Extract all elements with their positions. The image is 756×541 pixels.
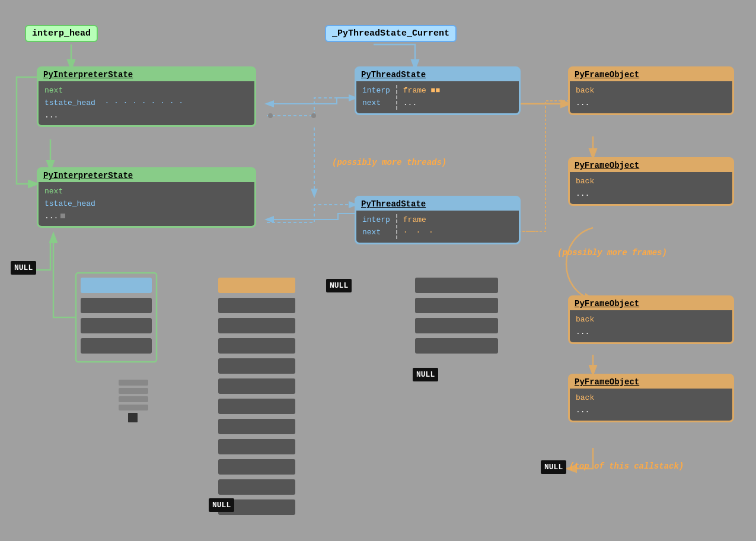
svg-rect-21 [415,298,498,313]
pyThreadState2-title: PyThreadState [356,198,519,211]
svg-rect-14 [218,419,295,434]
thread2-frame: frame [403,214,435,227]
frame2-back: back [576,176,726,188]
svg-rect-24 [119,380,148,386]
pyFrameObject2-box: PyFrameObject back ... [568,157,734,206]
pyFrameObject1-box: PyFrameObject back ... [568,66,734,115]
pyFrameObject3-box: PyFrameObject back ... [568,295,734,344]
top-of-callstack-text: (top of this callstack) [569,462,684,471]
svg-rect-20 [415,278,498,293]
pyFrameObject1-title: PyFrameObject [570,68,732,81]
field-next2: next [44,186,248,198]
frame2-dots: ... [576,188,726,201]
field-etc1: ... [44,110,248,122]
frame3-dots: ... [576,326,726,339]
svg-rect-26 [119,396,148,402]
svg-rect-12 [218,378,295,394]
pyFrameObject2-title: PyFrameObject [570,159,732,172]
svg-rect-5 [81,298,152,313]
interp-head-label: interp_head [25,25,98,42]
null-box-1: NULL [11,261,36,275]
pyInterpreterState2-title: PyInterpreterState [39,169,254,182]
pyThreadState2-box: PyThreadState interp next frame · · · [355,196,521,244]
frame4-dots: ... [576,405,726,417]
svg-rect-8 [218,298,295,313]
thread2-interp: interp [362,214,390,227]
diagram: interp_head _PyThreadState_Current PyInt… [0,0,756,541]
pyFrameObject4-title: PyFrameObject [570,375,732,389]
frame1-back: back [576,85,726,97]
field-tstate2: tstate_head [44,198,248,211]
svg-rect-15 [218,439,295,454]
svg-rect-17 [218,479,295,495]
frame1-dots: ... [576,97,726,110]
field-tstate1: tstate_head · · · · · · · · · [44,97,248,110]
possibly-more-threads-text: (possibly more threads) [332,158,446,167]
thread2-next: next [362,227,390,239]
svg-point-1 [311,113,316,118]
frame4-back: back [576,392,726,405]
svg-rect-4 [81,278,152,293]
svg-rect-29 [76,273,157,362]
pyThreadState1-box: PyThreadState interp next frame ■■ ... [355,66,521,115]
possibly-more-frames-text: (possibly more frames) [557,248,667,257]
pyFrameObject3-title: PyFrameObject [570,297,732,310]
svg-rect-28 [128,413,138,422]
thread1-frame: frame ■■ [403,85,440,97]
svg-rect-13 [218,399,295,414]
null-box-5: NULL [541,460,566,474]
pyThreadState1-title: PyThreadState [356,68,519,81]
thread2-dots: · · · [403,227,435,239]
svg-rect-7 [218,278,295,293]
svg-rect-16 [218,459,295,475]
svg-rect-19 [81,338,152,354]
svg-rect-22 [415,318,498,333]
svg-rect-9 [218,318,295,333]
pyThreadStateCurrent-label: _PyThreadState_Current [325,25,457,42]
svg-rect-25 [119,388,148,394]
svg-rect-11 [218,358,295,374]
null-box-4: NULL [209,498,234,512]
pyInterpreterState1-box: PyInterpreterState next tstate_head · · … [37,66,256,127]
frame3-back: back [576,314,726,326]
null-box-3: NULL [413,368,438,381]
svg-rect-6 [81,318,152,333]
field-next1: next [44,85,248,97]
null-box-2: NULL [326,279,352,292]
pyInterpreterState1-title: PyInterpreterState [39,68,254,81]
pyFrameObject4-box: PyFrameObject back ... [568,374,734,422]
thread1-next: next [362,97,390,110]
thread1-dots: ... [403,97,440,110]
pyInterpreterState2-box: PyInterpreterState next tstate_head ... [37,167,256,228]
field-etc2: ... [44,211,248,223]
svg-point-0 [268,113,273,118]
svg-rect-10 [218,338,295,354]
svg-rect-27 [119,405,148,410]
svg-rect-23 [415,338,498,354]
thread1-interp: interp [362,85,390,97]
